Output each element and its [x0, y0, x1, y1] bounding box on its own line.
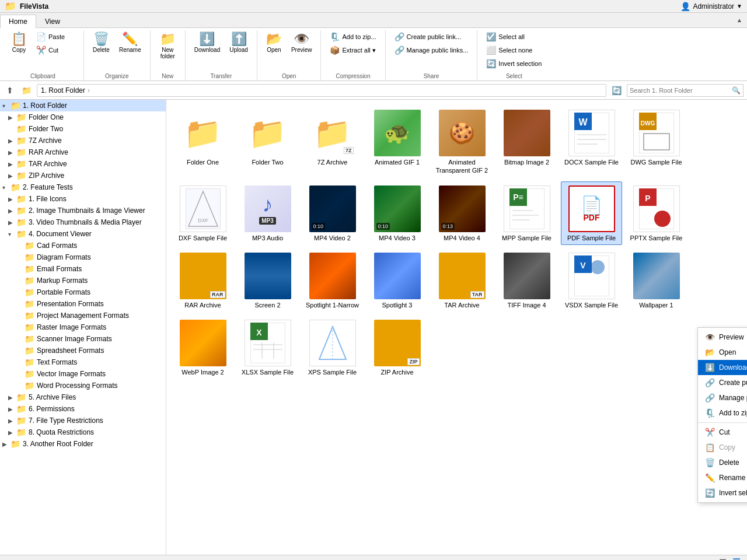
file-item-gif1[interactable]: 🐢 Animated GIF 1: [366, 106, 428, 178]
sidebar-item-word-proc[interactable]: ▶ 📁 Word Processing Formats: [0, 380, 166, 391]
file-item-rar[interactable]: RAR RAR Archive: [172, 249, 233, 312]
ribbon-collapse-btn[interactable]: ▲: [732, 15, 747, 26]
sidebar-item-doc-viewer[interactable]: ▾ 📁 4. Document Viewer: [0, 228, 166, 240]
extract-all-button[interactable]: 📦 Extract all ▾: [326, 44, 380, 57]
nav-up-button[interactable]: ⬆: [4, 84, 16, 97]
select-none-button[interactable]: ⬜ Select none: [482, 44, 546, 57]
new-folder-button[interactable]: 📁 Newfolder: [156, 30, 180, 62]
file-item-mp4-3[interactable]: 0:10 MP4 Video 3: [366, 181, 428, 245]
refresh-button[interactable]: 🔄: [609, 84, 624, 97]
tab-view[interactable]: View: [36, 15, 69, 28]
sidebar-item-project-mgmt[interactable]: ▶ 📁 Project Management Formats: [0, 310, 166, 321]
sidebar-item-file-restrictions[interactable]: ▶ 📁 7. File Type Restrictions: [0, 415, 166, 426]
sidebar-item-spreadsheet[interactable]: ▶ 📁 Spreadsheet Formats: [0, 345, 166, 356]
breadcrumb-root[interactable]: 1. Root Folder: [41, 86, 85, 94]
sidebar-item-video-thumbnails[interactable]: ▶ 📁 3. Video Thumbnails & Media Player: [0, 216, 166, 228]
ctx-open[interactable]: 📂 Open: [698, 345, 747, 360]
add-to-zip-label: Add to zip...: [342, 33, 376, 40]
sidebar-item-scanner[interactable]: ▶ 📁 Scanner Image Formats: [0, 333, 166, 345]
ctx-download[interactable]: ⬇️ Download: [698, 360, 747, 375]
file-item-wallpaper[interactable]: Wallpaper 1: [626, 249, 687, 312]
file-item-docx[interactable]: W DOCX Sample File: [561, 106, 622, 178]
file-item-webp[interactable]: WebP Image 2: [172, 316, 233, 379]
file-item-screen2[interactable]: Screen 2: [237, 249, 298, 312]
sidebar-item-diagram[interactable]: ▶ 📁 Diagram Formats: [0, 251, 166, 263]
open-button[interactable]: 📂 Open: [262, 30, 286, 55]
large-icons-view-btn[interactable]: ⊞: [717, 556, 728, 560]
file-item-dwg[interactable]: DWG DWG Sample File: [626, 106, 687, 178]
sidebar-item-feature-tests[interactable]: ▾ 📁 2. Feature Tests: [0, 181, 166, 193]
invert-selection-button[interactable]: 🔄 Invert selection: [482, 57, 546, 70]
sidebar-item-rar[interactable]: ▶ 📁 RAR Archive: [0, 146, 166, 158]
file-item-spotlight3[interactable]: Spotlight 3: [366, 249, 428, 312]
download-button[interactable]: ⬇️ Download: [190, 30, 224, 55]
sidebar-item-tar[interactable]: ▶ 📁 TAR Archive: [0, 158, 166, 170]
tab-home[interactable]: Home: [0, 15, 36, 28]
sidebar-item-text[interactable]: ▶ 📁 Text Formats: [0, 356, 166, 368]
file-item-xlsx[interactable]: X XLSX Sample File: [237, 316, 298, 379]
sidebar-item-file-icons[interactable]: ▶ 📁 1. File Icons: [0, 193, 166, 205]
file-name-pptx: PPTX Sample File: [630, 234, 683, 242]
cut-button[interactable]: ✂️ Cut: [32, 44, 79, 57]
sidebar-item-cad[interactable]: ▶ 📁 Cad Formats: [0, 240, 166, 251]
file-name-bitmap: Bitmap Image 2: [504, 158, 549, 166]
ctx-manage-links[interactable]: 🔗 Manage public links...: [698, 390, 747, 405]
delete-button[interactable]: 🗑️ Delete: [89, 30, 114, 55]
ctx-rename[interactable]: ✏️ Rename: [698, 470, 747, 485]
file-item-folder-two[interactable]: 📁 Folder Two: [237, 106, 298, 178]
file-item-tiff[interactable]: TIFF Image 4: [496, 249, 557, 312]
file-item-tar[interactable]: TAR TAR Archive: [431, 249, 493, 312]
file-item-mp3[interactable]: ♪ MP3 MP3 Audio: [237, 181, 298, 245]
sidebar-item-root3[interactable]: ▶ 📁 3. Another Root Folder: [0, 438, 166, 450]
ctx-copy[interactable]: 📋 Copy: [698, 440, 747, 455]
select-all-button[interactable]: ☑️ Select all: [482, 30, 546, 43]
sidebar-item-quota[interactable]: ▶ 📁 8. Quota Restrictions: [0, 426, 166, 438]
ctx-invert[interactable]: 🔄 Invert selection: [698, 485, 747, 501]
file-item-gif2[interactable]: 🍪 Animated Transparent GIF 2: [431, 106, 493, 178]
sidebar-item-permissions[interactable]: ▶ 📁 6. Permissions: [0, 403, 166, 415]
search-bar[interactable]: 🔍: [627, 84, 743, 97]
details-view-btn[interactable]: ☰: [731, 556, 742, 560]
sidebar-item-raster[interactable]: ▶ 📁 Raster Image Formats: [0, 321, 166, 333]
file-item-zip[interactable]: ZIP ZIP Archive: [366, 316, 428, 379]
upload-button[interactable]: ⬆️ Upload: [225, 30, 252, 55]
sidebar-item-vector[interactable]: ▶ 📁 Vector Image Formats: [0, 368, 166, 380]
preview-button[interactable]: 👁️ Preview: [287, 30, 316, 55]
file-item-7z[interactable]: 📁 7Z 7Z Archive: [302, 106, 363, 178]
sidebar-item-presentation[interactable]: ▶ 📁 Presentation Formats: [0, 298, 166, 310]
file-item-spotlight1[interactable]: Spotlight 1-Narrow: [302, 249, 363, 312]
file-item-pdf[interactable]: 📄 PDF PDF Sample File: [561, 181, 622, 245]
sidebar-item-7z[interactable]: ▶ 📁 7Z Archive: [0, 135, 166, 146]
file-item-dxf[interactable]: DXF DXF Sample File: [172, 181, 233, 245]
manage-public-links-button[interactable]: 🔗 Manage public links...: [390, 44, 473, 57]
ctx-delete[interactable]: 🗑️ Delete: [698, 455, 747, 470]
search-input[interactable]: [630, 87, 732, 94]
sidebar-item-root1[interactable]: ▾ 📁 1. Root Folder: [0, 100, 166, 111]
file-item-mp4-4[interactable]: 0:13 MP4 Video 4: [431, 181, 493, 245]
file-item-folder-one[interactable]: 📁 Folder One: [172, 106, 233, 178]
file-item-mp4-2[interactable]: 0:10 MP4 Video 2: [302, 181, 363, 245]
user-menu[interactable]: 👤 Administrator ▼: [680, 2, 742, 11]
paste-button[interactable]: 📄 Paste: [32, 30, 79, 43]
sidebar-item-folder-two[interactable]: ▶ 📁 Folder Two: [0, 123, 166, 135]
sidebar-item-archive-files[interactable]: ▶ 📁 5. Archive Files: [0, 391, 166, 403]
ctx-create-link[interactable]: 🔗 Create public link...: [698, 375, 747, 390]
sidebar-item-markup[interactable]: ▶ 📁 Markup Formats: [0, 275, 166, 286]
sidebar-item-folder-one[interactable]: ▶ 📁 Folder One: [0, 111, 166, 123]
copy-button[interactable]: 📋 Copy: [7, 30, 31, 55]
file-item-mpp[interactable]: P≡ MPP Sample File: [496, 181, 557, 245]
file-item-bitmap[interactable]: Bitmap Image 2: [496, 106, 557, 178]
file-item-xps[interactable]: XPS Sample File: [302, 316, 363, 379]
ctx-cut[interactable]: ✂️ Cut: [698, 425, 747, 440]
sidebar-item-image-thumbnails[interactable]: ▶ 📁 2. Image Thumbnails & Image Viewer: [0, 205, 166, 216]
sidebar-item-portable[interactable]: ▶ 📁 Portable Formats: [0, 286, 166, 298]
create-public-link-button[interactable]: 🔗 Create public link...: [390, 30, 473, 43]
ctx-add-to-zip[interactable]: 🗜️ Add to zip...: [698, 405, 747, 421]
rename-button[interactable]: ✏️ Rename: [115, 30, 145, 55]
sidebar-item-zip[interactable]: ▶ 📁 ZIP Archive: [0, 170, 166, 181]
ctx-preview[interactable]: 👁️ Preview: [698, 330, 747, 345]
sidebar-item-email[interactable]: ▶ 📁 Email Formats: [0, 263, 166, 275]
file-item-vsdx[interactable]: V VSDX Sample File: [561, 249, 622, 312]
add-to-zip-button[interactable]: 🗜️ Add to zip...: [326, 30, 380, 43]
file-item-pptx[interactable]: P PPTX Sample File: [626, 181, 687, 245]
